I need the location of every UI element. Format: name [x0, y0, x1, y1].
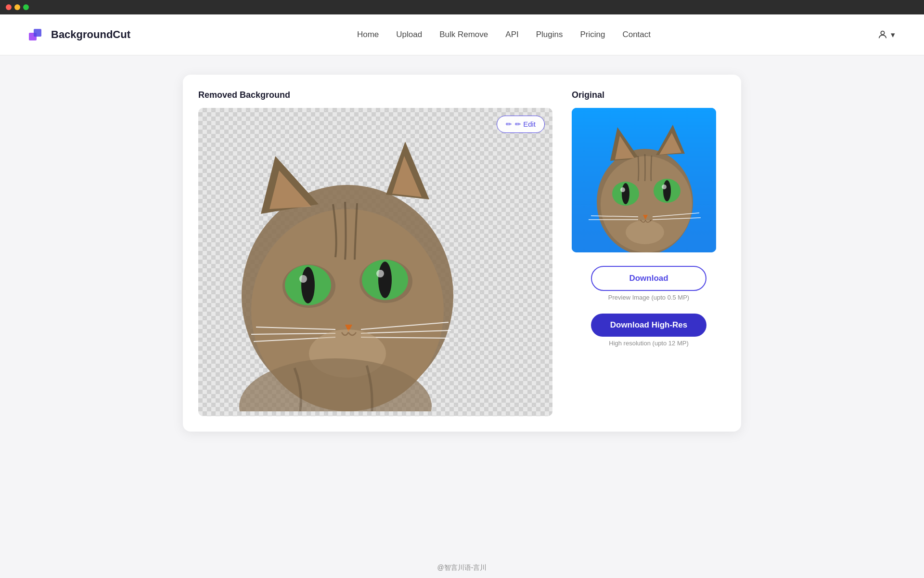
svg-point-40 [662, 184, 667, 189]
result-card: Removed Background ✏ ✏ Edit [183, 75, 741, 432]
right-panel-title: Original [572, 90, 604, 100]
minimize-dot [14, 4, 20, 10]
nav-item-home[interactable]: Home [357, 30, 379, 39]
browser-chrome [0, 0, 924, 14]
main-content: Removed Background ✏ ✏ Edit [0, 55, 924, 558]
svg-point-17 [376, 270, 384, 277]
user-menu[interactable]: ▾ [877, 29, 895, 40]
logo[interactable]: BackgroundCut [29, 26, 130, 43]
user-icon [877, 29, 888, 40]
download-highres-button[interactable]: Download High-Res [591, 314, 706, 337]
edit-label: ✏ Edit [515, 120, 536, 129]
svg-point-38 [663, 180, 671, 201]
original-cat-image [572, 108, 716, 252]
nav-item-contact[interactable]: Contact [622, 30, 651, 39]
logo-text: BackgroundCut [51, 28, 130, 41]
download-section: Download Preview Image (upto 0.5 MP) Dow… [572, 266, 726, 347]
highres-text: High resolution (upto 12 MP) [609, 340, 688, 347]
svg-point-37 [622, 183, 629, 204]
left-panel: Removed Background ✏ ✏ Edit [198, 90, 552, 416]
removed-bg-container: ✏ ✏ Edit [198, 108, 552, 416]
nav-item-plugins[interactable]: Plugins [536, 30, 563, 39]
nav-links: Home Upload Bulk Remove API Plugins Pric… [357, 30, 651, 39]
nav-item-upload[interactable]: Upload [396, 30, 422, 39]
download-button[interactable]: Download [591, 266, 706, 291]
page-wrapper: BackgroundCut Home Upload Bulk Remove AP… [0, 14, 924, 578]
nav-item-pricing[interactable]: Pricing [580, 30, 605, 39]
user-chevron: ▾ [891, 30, 895, 40]
expand-dot [23, 4, 29, 10]
edit-button[interactable]: ✏ ✏ Edit [497, 116, 545, 133]
logo-icon [29, 26, 46, 43]
close-dot [6, 4, 12, 10]
svg-point-2 [881, 31, 884, 35]
svg-rect-1 [34, 29, 41, 37]
footer-watermark: @智言川语-言川 [0, 558, 924, 578]
nav-item-bulk-remove[interactable]: Bulk Remove [439, 30, 488, 39]
left-panel-title: Removed Background [198, 90, 552, 100]
preview-text: Preview Image (upto 0.5 MP) [608, 294, 689, 301]
original-image-wrapper [572, 108, 716, 252]
svg-point-46 [626, 220, 664, 244]
svg-point-39 [620, 187, 625, 192]
right-panel: Original [572, 90, 726, 347]
svg-point-16 [299, 275, 307, 283]
edit-icon: ✏ [506, 120, 512, 129]
svg-point-14 [301, 267, 315, 303]
nav-item-api[interactable]: API [505, 30, 518, 39]
card-inner: Removed Background ✏ ✏ Edit [198, 90, 726, 416]
cat-removed-image [198, 108, 477, 411]
navbar: BackgroundCut Home Upload Bulk Remove AP… [0, 14, 924, 55]
svg-point-15 [378, 262, 392, 298]
